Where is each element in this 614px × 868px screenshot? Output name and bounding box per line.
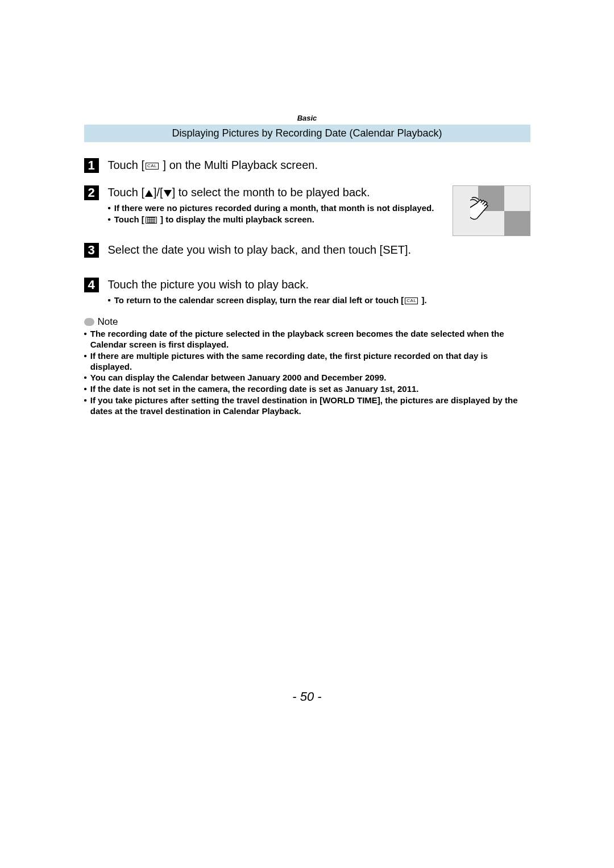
step-1: 1 Touch [CAL ] on the Multi Playback scr… xyxy=(84,158,530,173)
note-item: •The recording date of the picture selec… xyxy=(84,329,530,350)
bullet-text: To return to the calendar screen display… xyxy=(114,295,427,306)
text-fragment: ]/[ xyxy=(154,186,163,199)
text-fragment: Touch [ xyxy=(108,159,144,171)
note-item: •If you take pictures after setting the … xyxy=(84,395,530,417)
step-2: 2 Touch []/[] to select the month to be … xyxy=(84,185,530,226)
note-item: •If the date is not set in the camera, t… xyxy=(84,384,530,395)
bullet-marker: • xyxy=(84,351,87,373)
note-item: •You can display the Calendar between Ja… xyxy=(84,373,530,383)
hand-icon xyxy=(470,196,499,228)
step-bullets: • To return to the calendar screen displ… xyxy=(108,295,530,306)
section-label: Basic xyxy=(84,114,530,122)
manual-page: Basic Displaying Pictures by Recording D… xyxy=(84,114,530,704)
bullet-item: • If there were no pictures recorded dur… xyxy=(108,203,439,214)
step-bullets: • If there were no pictures recorded dur… xyxy=(108,203,439,225)
step-text: Select the date you wish to play back, a… xyxy=(108,243,530,257)
step-body: Touch [CAL ] on the Multi Playback scree… xyxy=(108,158,530,172)
step-number-box: 3 xyxy=(84,243,99,258)
step-text: Touch the picture you wish to play back. xyxy=(108,278,530,292)
note-heading: Note xyxy=(84,316,530,328)
illus-square xyxy=(504,211,530,236)
bullet-text: Touch [ ] to display the multi playback … xyxy=(114,214,314,225)
bullet-marker: • xyxy=(108,295,111,306)
note-text: The recording date of the picture select… xyxy=(90,329,530,350)
bullet-item: • Touch [ ] to display the multi playbac… xyxy=(108,214,439,225)
text-fragment: ] to display the multi playback screen. xyxy=(158,214,314,224)
bullet-marker: • xyxy=(84,395,87,417)
note-text: If you take pictures after setting the t… xyxy=(90,395,530,417)
text-fragment: To return to the calendar screen display… xyxy=(114,295,404,305)
cal-icon: CAL xyxy=(146,163,159,170)
grid-icon xyxy=(146,217,157,224)
page-number: - 50 - xyxy=(84,689,530,704)
bullet-text: If there were no pictures recorded durin… xyxy=(114,203,434,214)
bullet-marker: • xyxy=(108,203,111,214)
step-3: 3 Select the date you wish to play back,… xyxy=(84,243,530,261)
bullet-item: • To return to the calendar screen displ… xyxy=(108,295,530,306)
touch-illustration xyxy=(453,185,530,236)
step-body: Select the date you wish to play back, a… xyxy=(108,243,530,261)
section-banner: Displaying Pictures by Recording Date (C… xyxy=(84,125,530,142)
note-text: You can display the Calendar between Jan… xyxy=(90,373,387,383)
text-fragment: ] to select the month to be played back. xyxy=(172,186,370,199)
note-item: •If there are multiple pictures with the… xyxy=(84,351,530,373)
step-number-box: 1 xyxy=(84,158,99,173)
cal-icon: CAL xyxy=(405,297,418,304)
note-icon xyxy=(84,318,94,326)
step-number-box: 2 xyxy=(84,185,99,200)
text-fragment: Touch [ xyxy=(108,186,144,199)
step-body: Touch the picture you wish to play back.… xyxy=(108,278,530,307)
bullet-marker: • xyxy=(84,329,87,350)
step-text: Touch [CAL ] on the Multi Playback scree… xyxy=(108,159,318,171)
bullet-marker: • xyxy=(108,214,111,225)
note-label: Note xyxy=(98,316,118,328)
note-text: If the date is not set in the camera, th… xyxy=(90,384,419,395)
step-number-box: 4 xyxy=(84,278,99,292)
bullet-marker: • xyxy=(84,373,87,383)
step-4: 4 Touch the picture you wish to play bac… xyxy=(84,278,530,307)
note-list: •The recording date of the picture selec… xyxy=(84,329,530,416)
text-fragment: ]. xyxy=(419,295,426,305)
step-text: Touch []/[] to select the month to be pl… xyxy=(108,185,439,200)
triangle-up-icon xyxy=(145,190,153,197)
bullet-marker: • xyxy=(84,384,87,395)
text-fragment: ] on the Multi Playback screen. xyxy=(160,159,318,171)
text-fragment: Touch [ xyxy=(114,214,144,224)
triangle-down-icon xyxy=(164,190,172,197)
note-text: If there are multiple pictures with the … xyxy=(90,351,530,373)
